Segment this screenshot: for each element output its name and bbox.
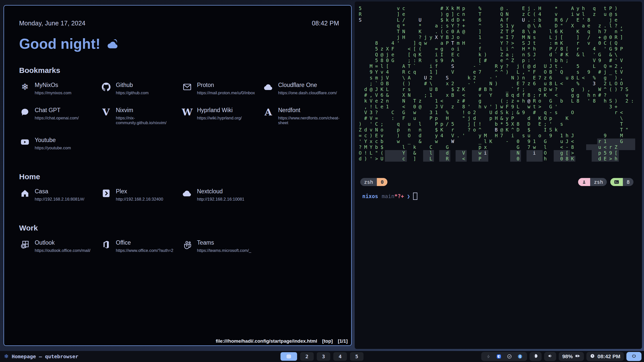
- nix-logo-icon: ❄: [4, 353, 9, 360]
- bookmark-url: http://192.168.2.16:10081: [197, 197, 244, 202]
- bookmark-url: https://mynixos.com: [35, 90, 71, 95]
- night-light-toggle[interactable]: [530, 352, 542, 361]
- matrix-row: BZdvNo p n n $K r ?o^ @K^D $ ISk T": [359, 127, 636, 133]
- statusbar-url: file:///home/hadi/.config/startpage/inde…: [216, 338, 317, 344]
- section-home: HomeCasahttp://192.168.2.16:8081/#/Plexh…: [19, 172, 339, 202]
- qutebrowser-window: Monday, June 17, 2024 08:42 PM Good nigh…: [4, 5, 352, 346]
- bookmark-nixvim[interactable]: VNixvimhttps://nix-community.github.io/n…: [100, 106, 182, 125]
- bookmark-plex[interactable]: Plexhttp://192.168.2.16:32400: [100, 188, 182, 202]
- matrix-row: S M=l[ AT` if -` Ry? j(@d UJt. 5 L Q=2,: [359, 63, 636, 69]
- matrix-row: V3? C G w 31 % !o2 UdSk;&9 # q-s O r<: [359, 110, 636, 115]
- bookmark-casa[interactable]: Casahttp://192.168.2.16:8081/#/: [19, 188, 100, 202]
- matrix-row: Q@je [qK iI Ec k) Za; nSJ d`#K &l 'G &\: [359, 52, 636, 58]
- chat-bubble-icon: [19, 106, 31, 118]
- statusline-right-pills: zsh8: [578, 178, 633, 186]
- prompt-git-branch: main: [382, 193, 394, 199]
- status-pill-zsh: zsh: [578, 178, 607, 186]
- moon-cloud-icon: [105, 39, 119, 49]
- links-grid: ❄MyNixOshttps://mynixos.comGithubhttps:/…: [19, 81, 344, 150]
- bookmark-name: Teams: [197, 239, 251, 246]
- teams-icon: [181, 239, 193, 250]
- bookmark-name: Nextcloud: [197, 188, 244, 195]
- bookmark-url: https://www.nerdfonts.com/cheat-sheet: [278, 116, 344, 125]
- matrix-row: q* * a;sY?+ ^ S1y @\A D" X ae z.l?,: [359, 23, 636, 29]
- time-text: 08:42 PM: [312, 20, 339, 27]
- clock-icon: [590, 353, 595, 360]
- bookmark-name: Youtube: [35, 137, 71, 144]
- workspace-3[interactable]: 3: [317, 352, 330, 361]
- status-pill-label: zsh: [590, 178, 607, 186]
- matrix-row: 3 ;`OB () #\ x2 -' N) E7z6 u8L< % 2LOO: [359, 81, 636, 86]
- clock-module[interactable]: 08:42 PM: [586, 352, 624, 361]
- matrix-row: 5zXF <[( =g oi f Li^ H*h P/8[ r 4 'G9P: [359, 46, 636, 52]
- prompt-symbol: ❯: [407, 193, 410, 199]
- greeting-title: Good night!: [19, 35, 339, 52]
- bookmark-url: https://www.office.com/?auth=2: [116, 248, 174, 253]
- date-row: Monday, June 17, 2024 08:42 PM: [19, 20, 339, 27]
- bookmark-url: https://teams.microsoft.com/_: [197, 248, 251, 253]
- shield-icon[interactable]: [496, 354, 501, 359]
- matrix-head-char: i: [533, 150, 538, 156]
- links-grid: Casahttp://192.168.2.16:8081/#/Plexhttp:…: [19, 188, 344, 202]
- active-workspace-indicator: [287, 354, 291, 358]
- section-title: Bookmarks: [19, 66, 339, 75]
- bookmark-nerdfont[interactable]: ANerdfonthttps://www.nerdfonts.com/cheat…: [263, 106, 344, 125]
- pane-pill-index: 0: [377, 178, 387, 186]
- link-sections: Bookmarks❄MyNixOshttps://mynixos.comGith…: [19, 66, 339, 253]
- workspace-1-active[interactable]: [280, 352, 297, 361]
- matrix-row: TN K .(c0A@ ] ZTP 8\a l6K K q h7 n": [359, 29, 636, 34]
- bookmark-url: https://wiki.hyprland.org/: [197, 116, 242, 120]
- bookmark-proton[interactable]: Protonhttps://mail.proton.me/u/0/inbox: [181, 81, 263, 95]
- matrix-row: =c)Ev ) O d y4 V.' yM H7 i su o 9 1hJ 9 …: [359, 133, 636, 139]
- bookmark-url: https://youtube.com: [35, 146, 71, 150]
- waybar: ❄ Homepage — qutebrowser 2345 98% 08:42 …: [0, 351, 644, 362]
- status-pill-label: 8: [623, 178, 633, 186]
- matrix-head-char: S: [359, 17, 364, 23]
- section-work: WorkOutlookhttps://outlook.office.com/ma…: [19, 224, 339, 253]
- bookmark-office[interactable]: Officehttps://www.office.com/?auth=2: [100, 239, 182, 253]
- workspace-2[interactable]: 2: [300, 352, 314, 361]
- terminal-cursor[interactable]: [413, 193, 417, 200]
- bookmark-url: https://mail.proton.me/u/0/inbox: [197, 90, 255, 95]
- matrix-row: 9Yv4 Rcq 1] V e7 ^^) L,"F OB`Q s 9 #j_tV: [359, 69, 636, 75]
- startpage: Monday, June 17, 2024 08:42 PM Good nigh…: [4, 6, 351, 253]
- bookmark-youtube[interactable]: Youtubehttps://youtube.com: [19, 136, 100, 150]
- pane-pill-zsh: zsh 0: [360, 178, 387, 186]
- matrix-head-char: S: [451, 63, 457, 69]
- bookmark-name: Cloudflare One: [278, 82, 337, 88]
- bookmark-url: https://github.com: [116, 90, 149, 95]
- power-button[interactable]: [626, 352, 641, 361]
- bookmark-hyprland-wiki[interactable]: WHyprland Wikihttps://wiki.hyprland.org/: [181, 106, 263, 125]
- bluetooth-icon[interactable]: [517, 354, 522, 359]
- arrows-icon[interactable]: [486, 354, 491, 359]
- bookmark-name: MyNixOs: [35, 82, 71, 88]
- vim-icon: V: [100, 106, 112, 118]
- section-title: Work: [19, 224, 339, 232]
- bookmark-outlook[interactable]: Outlookhttps://outlook.office.com/mail/: [19, 239, 100, 253]
- matrix-row: SUU L/ $kdD+ 6 Af .:b R6/ E'8 je: [359, 17, 636, 23]
- workspace-4[interactable]: 4: [333, 352, 347, 361]
- links-grid: Outlookhttps://outlook.office.com/mail/O…: [19, 239, 344, 253]
- volume-module[interactable]: [544, 352, 556, 361]
- bookmark-mynixos[interactable]: ❄MyNixOshttps://mynixos.com: [19, 81, 100, 95]
- matrix-row: ) 'C; q u l Pp/5 j[! b*5X8 D E;' s T: [359, 121, 636, 127]
- workspace-5[interactable]: 5: [350, 352, 364, 361]
- bookmark-nextcloud[interactable]: Nextcloudhttp://192.168.2.16:10081: [181, 188, 263, 202]
- bookmark-teams[interactable]: Teamshttps://teams.microsoft.com/_: [181, 239, 263, 253]
- bookmark-name: Chat GPT: [35, 107, 79, 114]
- check-circle-icon[interactable]: [507, 354, 512, 359]
- battery-module[interactable]: 98%: [559, 352, 584, 361]
- matrix-row: R ]e )g]cn T QN zC(4 v iwl z u@s: [359, 11, 636, 17]
- bookmark-name: Nerdfont: [278, 107, 344, 114]
- waybar-right-modules: 98% 08:42 PM: [481, 352, 641, 361]
- desktop: Monday, June 17, 2024 08:42 PM Good nigh…: [0, 0, 644, 362]
- matrix-row: 580G ;:R s9 A [# e^Z p:' !bh; V9 #'V: [359, 58, 636, 63]
- bookmark-url: https://nix-community.github.io/nixvim/: [116, 116, 182, 125]
- bookmark-github[interactable]: Githubhttps://github.com: [100, 81, 182, 95]
- wikipedia-icon: W: [181, 106, 193, 118]
- letter-a-icon: A: [263, 106, 274, 118]
- bookmark-cloudflare-one[interactable]: Cloudflare Onehttps://one.dash.cloudflar…: [263, 81, 344, 95]
- bookmark-chat-gpt[interactable]: Chat GPThttps://chat.openai.com/: [19, 106, 100, 125]
- matrix-head-char: W: [451, 139, 457, 144]
- power-icon: [631, 353, 636, 360]
